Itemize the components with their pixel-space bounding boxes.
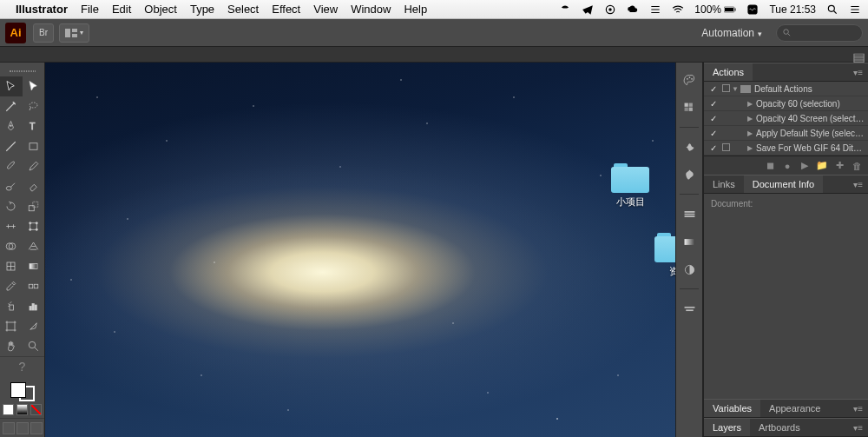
desktop-folder-1[interactable]: 小项目 — [611, 163, 649, 209]
panel-menu-icon[interactable]: ▾≡ — [848, 404, 868, 414]
action-item-row[interactable]: ✓ ▶Opacity 40 Screen (selecti... — [704, 111, 868, 126]
tab-links[interactable]: Links — [704, 175, 744, 193]
target-icon[interactable] — [604, 3, 616, 16]
brushes-panel-icon[interactable] — [679, 136, 700, 157]
search-input[interactable] — [776, 24, 863, 42]
symbol-sprayer-tool[interactable] — [0, 296, 23, 316]
pen-tool[interactable] — [0, 116, 23, 136]
eyedropper-tool[interactable] — [0, 276, 23, 296]
action-dialog-toggle[interactable] — [720, 84, 732, 94]
fill-stroke-swatches[interactable] — [0, 375, 44, 401]
artboard-tool[interactable] — [0, 316, 23, 336]
swatches-panel-icon[interactable] — [679, 97, 700, 118]
delete-button[interactable]: 🗑 — [849, 159, 865, 173]
cloud-icon[interactable] — [627, 3, 639, 16]
document-info-body: Document: — [704, 194, 868, 399]
menu-select[interactable]: Select — [227, 3, 259, 16]
tab-document-info[interactable]: Document Info — [744, 175, 824, 193]
blob-brush-tool[interactable] — [0, 176, 23, 196]
free-transform-tool[interactable] — [23, 216, 45, 236]
slice-tool[interactable] — [23, 316, 45, 336]
menu-type[interactable]: Type — [190, 3, 214, 16]
unknown-tool[interactable]: ? — [0, 356, 44, 375]
transparency-panel-icon[interactable] — [679, 259, 700, 280]
direct-selection-tool[interactable] — [23, 76, 45, 96]
desktop-folder-2[interactable]: 资 — [654, 233, 675, 278]
color-panel-icon[interactable] — [679, 70, 700, 90]
screen-mode-full[interactable] — [16, 422, 29, 434]
play-button[interactable]: ▶ — [797, 159, 812, 173]
line-tool[interactable] — [0, 136, 23, 156]
workspace-switcher[interactable]: Automation — [693, 23, 771, 43]
menu-view[interactable]: View — [313, 3, 338, 16]
zoom-tool[interactable] — [23, 336, 45, 356]
record-button[interactable]: ● — [779, 159, 795, 173]
menu-help[interactable]: Help — [404, 3, 427, 16]
tab-artboards[interactable]: Artboards — [750, 419, 809, 436]
spotlight-icon[interactable] — [826, 3, 838, 16]
panel-menu-icon[interactable]: ▾≡ — [848, 180, 868, 189]
gradient-panel-icon[interactable] — [679, 231, 700, 252]
menu-object[interactable]: Object — [144, 3, 177, 16]
menu-window[interactable]: Window — [351, 3, 391, 16]
tab-layers[interactable]: Layers — [704, 419, 750, 436]
align-panel-icon[interactable] — [679, 298, 700, 319]
color-mode-button[interactable] — [3, 404, 14, 415]
blend-tool[interactable] — [23, 276, 45, 296]
battery-status[interactable]: 100% — [694, 3, 736, 16]
new-set-button[interactable]: 📁 — [814, 159, 830, 173]
canvas-area[interactable]: 小项目 资 — [45, 63, 675, 437]
wifi-icon[interactable] — [672, 3, 684, 16]
fill-swatch[interactable] — [10, 382, 26, 398]
shape-builder-tool[interactable] — [0, 236, 23, 256]
mesh-tool[interactable] — [0, 256, 23, 276]
symbols-panel-icon[interactable] — [679, 164, 700, 185]
magic-wand-tool[interactable] — [0, 96, 23, 116]
none-mode-button[interactable] — [30, 404, 42, 415]
new-action-button[interactable]: ✚ — [832, 159, 847, 173]
gradient-mode-button[interactable] — [16, 404, 28, 415]
control-bar-menu-icon[interactable]: ▤ — [852, 50, 863, 60]
tools-grip[interactable] — [0, 68, 44, 75]
bridge-button[interactable]: Br — [33, 23, 54, 43]
paintbrush-tool[interactable] — [0, 156, 23, 176]
rotate-tool[interactable] — [0, 196, 23, 216]
column-graph-tool[interactable] — [23, 296, 45, 316]
clock[interactable]: Tue 21:53 — [769, 3, 816, 16]
menu-edit[interactable]: Edit — [112, 3, 131, 16]
siri-icon[interactable] — [746, 3, 759, 16]
rectangle-tool[interactable] — [23, 136, 45, 156]
gradient-tool[interactable] — [23, 256, 45, 276]
selection-tool[interactable] — [0, 76, 23, 96]
tab-appearance[interactable]: Appearance — [760, 400, 829, 417]
pencil-tool[interactable] — [23, 156, 45, 176]
eraser-tool[interactable] — [23, 176, 45, 196]
menu-file[interactable]: File — [81, 3, 99, 16]
panel-menu-icon[interactable]: ▾≡ — [848, 423, 868, 433]
menu-effect[interactable]: Effect — [272, 3, 300, 16]
sliders-icon[interactable] — [649, 3, 661, 16]
action-item-row[interactable]: ✓ ▶Save For Web GIF 64 Dithe... — [704, 141, 868, 156]
arrange-documents-button[interactable]: ▾ — [59, 23, 89, 43]
menubar-extra-icon[interactable] — [559, 3, 571, 16]
action-folder-row[interactable]: ✓ ▼Default Actions — [704, 82, 868, 96]
action-item-row[interactable]: ✓ ▶Apply Default Style (select... — [704, 126, 868, 141]
scale-tool[interactable] — [23, 196, 45, 216]
action-toggle-check[interactable]: ✓ — [707, 84, 720, 94]
tab-actions[interactable]: Actions — [704, 63, 753, 81]
screen-mode-normal[interactable] — [3, 422, 15, 434]
type-tool[interactable]: T — [23, 116, 45, 136]
panel-menu-icon[interactable]: ▾≡ — [848, 68, 868, 77]
menu-list-icon[interactable] — [849, 3, 861, 16]
screen-mode-presentation[interactable] — [30, 422, 43, 434]
stroke-panel-icon[interactable] — [679, 203, 700, 224]
hand-tool[interactable] — [0, 336, 23, 356]
app-menu[interactable]: Illustrator — [16, 3, 68, 16]
lasso-tool[interactable] — [23, 96, 45, 116]
action-item-row[interactable]: ✓ ▶Opacity 60 (selection) — [704, 96, 868, 111]
tab-variables[interactable]: Variables — [704, 400, 760, 417]
width-tool[interactable] — [0, 216, 23, 236]
stop-button[interactable]: ◼ — [762, 159, 778, 173]
telegram-icon[interactable] — [582, 3, 594, 16]
perspective-grid-tool[interactable] — [23, 236, 45, 256]
